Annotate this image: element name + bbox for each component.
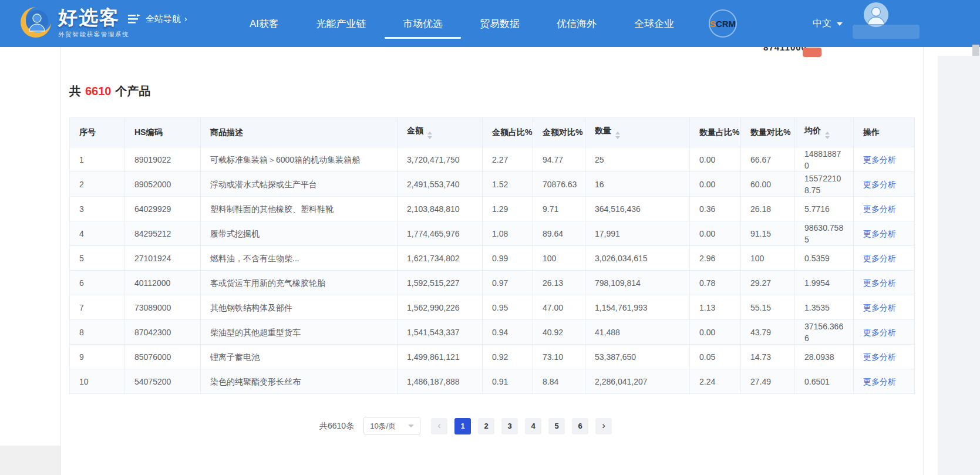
quantity-compare: 55.15	[741, 295, 795, 320]
table-body: 189019022可载标准集装箱＞6000箱的机动集装箱船3,720,471,7…	[70, 147, 915, 394]
more-analysis-link[interactable]: 更多分析	[863, 278, 896, 288]
col-actions: 操作	[854, 118, 915, 147]
amount-value: 1,499,861,121	[398, 345, 483, 369]
app-subtitle: 外贸智能获客管理系统	[58, 31, 129, 39]
table-row: 1054075200染色的纯聚酯变形长丝布1,486,187,8880.918.…	[70, 369, 915, 394]
language-selector[interactable]: 中文	[813, 0, 843, 47]
nav-item-scrm[interactable]: SCRM	[709, 0, 737, 47]
page-button-3[interactable]: 3	[501, 418, 518, 434]
more-analysis-link[interactable]: 更多分析	[863, 180, 896, 189]
quantity-share: 0.78	[690, 271, 741, 295]
avg-price: 0.5359	[795, 246, 854, 271]
action-cell: 更多分析	[854, 271, 915, 295]
amount-compare: 89.64	[533, 221, 585, 246]
more-analysis-link[interactable]: 更多分析	[863, 352, 896, 362]
page-buttons: ‹ 123456	[424, 418, 588, 434]
amount-share: 0.97	[483, 271, 533, 295]
nav-item-youxin-overseas[interactable]: 优信海外	[557, 0, 597, 47]
more-analysis-link[interactable]: 更多分析	[863, 303, 896, 312]
quantity-value: 1,154,761,993	[585, 295, 690, 320]
amount-share: 2.27	[483, 147, 533, 172]
more-analysis-link[interactable]: 更多分析	[863, 328, 896, 337]
nav-item-ai-leads[interactable]: AI获客	[250, 0, 279, 47]
summary-suffix: 个产品	[116, 85, 151, 97]
amount-value: 1,486,187,888	[398, 369, 483, 394]
page-button-1[interactable]: 1	[454, 418, 471, 434]
quantity-compare: 43.79	[741, 320, 795, 345]
sort-icon[interactable]	[825, 132, 830, 139]
quantity-compare: 66.67	[741, 147, 795, 172]
more-analysis-link[interactable]: 更多分析	[863, 204, 896, 214]
quantity-share: 0.00	[690, 172, 741, 197]
col-avg-price[interactable]: 均价	[795, 118, 854, 147]
page-size-select[interactable]: 10条/页	[363, 417, 420, 435]
quantity-value: 17,991	[585, 221, 690, 246]
hs-code: 87042300	[125, 320, 201, 345]
quantity-compare: 91.15	[741, 221, 795, 246]
hs-code: 40112000	[125, 271, 201, 295]
logo-emblem-icon	[19, 4, 53, 41]
quantity-share: 0.00	[690, 221, 741, 246]
more-analysis-link[interactable]: 更多分析	[863, 155, 896, 164]
col-amount-compare: 金额对比%	[533, 118, 585, 147]
sort-icon[interactable]	[615, 132, 620, 139]
col-quantity[interactable]: 数量	[585, 118, 690, 147]
table-row: 640112000客或货运车用新的充气橡胶轮胎1,592,515,2270.97…	[70, 271, 915, 295]
page-button-4[interactable]: 4	[525, 418, 541, 434]
table-row: 289052000浮动或潜水式钻探或生产平台2,491,553,7401.527…	[70, 172, 915, 197]
amount-compare: 94.77	[533, 147, 585, 172]
next-page-button[interactable]: ›	[595, 418, 612, 434]
col-amount[interactable]: 金额	[398, 118, 483, 147]
prev-page-button[interactable]: ‹	[431, 418, 447, 434]
amount-share: 0.91	[483, 369, 533, 394]
amount-compare: 26.13	[533, 271, 585, 295]
more-analysis-link[interactable]: 更多分析	[863, 377, 896, 386]
amount-value: 2,491,553,740	[398, 172, 483, 197]
quantity-share: 2.96	[690, 246, 741, 271]
nav-item-market-select[interactable]: 市场优选	[403, 0, 443, 47]
row-index: 8	[70, 320, 125, 345]
site-nav-button[interactable]: 全站导航 ›	[128, 8, 187, 29]
quantity-value: 364,516,436	[585, 197, 690, 221]
amount-share: 1.08	[483, 221, 533, 246]
amount-compare: 70876.63	[533, 172, 585, 197]
summary-prefix: 共	[69, 85, 81, 97]
nav-item-trade-data[interactable]: 贸易数据	[480, 0, 520, 47]
amount-share: 1.52	[483, 172, 533, 197]
row-index: 1	[70, 147, 125, 172]
amount-value: 1,592,515,227	[398, 271, 483, 295]
user-avatar[interactable]	[864, 2, 888, 27]
nav-item-global-companies[interactable]: 全球企业	[634, 0, 674, 47]
scrollbar-thumb[interactable]	[972, 45, 979, 56]
page-button-2[interactable]: 2	[478, 418, 494, 434]
site-nav-label: 全站导航	[146, 14, 181, 25]
more-analysis-link[interactable]: 更多分析	[863, 229, 896, 238]
col-quantity-compare: 数量对比%	[741, 118, 795, 147]
nav-item-solar-chain[interactable]: 光能产业链	[316, 0, 366, 47]
quantity-share: 0.00	[690, 147, 741, 172]
table-row: 985076000锂离子蓄电池1,499,861,1210.9273.1053,…	[70, 345, 915, 369]
action-cell: 更多分析	[854, 172, 915, 197]
page-button-6[interactable]: 6	[572, 418, 588, 434]
page-button-5[interactable]: 5	[548, 418, 565, 434]
main-content-card: 共6610个产品 序号 HS编码 商品描述 金额 金额占比% 金额对比% 数量 …	[60, 47, 924, 475]
amount-value: 1,774,465,976	[398, 221, 483, 246]
cutoff-search-button[interactable]	[803, 48, 821, 57]
right-background-strip	[938, 56, 980, 475]
bottom-left-background	[0, 446, 60, 475]
action-cell: 更多分析	[854, 295, 915, 320]
more-analysis-link[interactable]: 更多分析	[863, 254, 896, 263]
amount-value: 2,103,848,810	[398, 197, 483, 221]
quantity-compare: 60.00	[741, 172, 795, 197]
app-logo[interactable]: 好选客 外贸智能获客管理系统	[19, 4, 129, 41]
language-label: 中文	[813, 18, 831, 30]
quantity-compare: 100	[741, 246, 795, 271]
product-description: 可载标准集装箱＞6000箱的机动集装箱船	[201, 147, 398, 172]
quantity-share: 2.24	[690, 369, 741, 394]
amount-compare: 100	[533, 246, 585, 271]
quantity-compare: 26.18	[741, 197, 795, 221]
app-title: 好选客	[58, 6, 129, 29]
amount-value: 1,541,543,337	[398, 320, 483, 345]
sort-icon[interactable]	[427, 132, 432, 139]
person-icon	[864, 2, 888, 27]
